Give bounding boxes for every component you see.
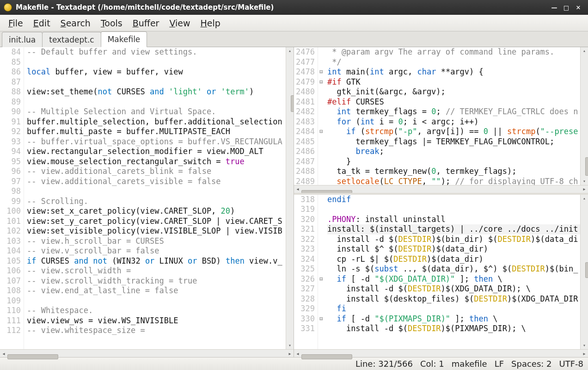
maximize-button[interactable]: □ [560,2,572,12]
vscroll-tr[interactable]: ▴ ▾ [580,47,588,185]
hscroll-thumb-br[interactable] [301,354,352,359]
close-button[interactable]: ✕ [572,2,584,12]
scroll-down-icon[interactable]: ▾ [581,342,588,349]
hscroll-thumb-left[interactable] [7,354,58,359]
menu-file[interactable]: File [4,16,28,30]
fold-col-br[interactable]: ⊟ ⊟ [318,195,325,349]
tab-makefile[interactable]: Makefile [101,31,147,47]
workspace: 84 85 86 87 88 89 90 91 92 93 94 95 96 9… [0,47,588,357]
hscroll-br[interactable]: ◂ ▸ [294,349,588,357]
titlebar: Makefile - Textadept (/home/mitchell/cod… [0,0,588,15]
menu-buffer[interactable]: Buffer [128,16,164,30]
status-col: Col: 1 [420,359,444,369]
scroll-up-icon[interactable]: ▴ [581,195,588,202]
hscroll-left[interactable]: ◂ ▸ [0,349,294,357]
vscroll-left[interactable]: ▴ ▾ [286,47,294,349]
editor-top-right-pane: 2476 2477 2478 2479 2480 2481 2482 2483 … [294,47,588,193]
menubar: File Edit Search Tools Buffer View Help [0,15,588,31]
vscroll-br[interactable]: ▴ ▾ [580,195,588,349]
gutter-left: 84 85 86 87 88 89 90 91 92 93 94 95 96 9… [0,47,24,349]
vscroll-thumb-left[interactable] [291,95,294,112]
editor-bottom-right[interactable]: 318 319 320 321 322 323 324 325 326 327 … [294,195,588,349]
menu-view[interactable]: View [165,16,195,30]
minimize-button[interactable]: — [548,2,560,12]
tab-init-lua[interactable]: init.lua [2,32,43,47]
gutter-br: 318 319 320 321 322 323 324 325 326 327 … [294,195,318,349]
statusbar: Line: 321/566 Col: 1 makefile LF Spaces:… [0,357,588,370]
window-title: Makefile - Textadept (/home/mitchell/cod… [16,3,545,12]
scroll-up-icon[interactable]: ▴ [581,47,588,55]
tabbar: init.lua textadept.c Makefile [0,31,588,47]
status-line: Line: 321/566 [355,359,413,369]
scroll-left-icon[interactable]: ◂ [294,185,301,193]
scroll-down-icon[interactable]: ▾ [286,342,294,349]
status-eol: LF [495,359,504,369]
status-encoding: UTF-8 [559,359,583,369]
vscroll-thumb-tr[interactable] [585,157,588,176]
tab-textadept-c[interactable]: textadept.c [42,32,101,47]
editor-top-right[interactable]: 2476 2477 2478 2479 2480 2481 2482 2483 … [294,47,588,185]
menu-help[interactable]: Help [196,16,225,30]
scroll-right-icon[interactable]: ▸ [581,350,588,357]
status-indent: Spaces: 2 [511,359,551,369]
editor-pane-left: 84 85 86 87 88 89 90 91 92 93 94 95 96 9… [0,47,294,357]
code-br[interactable]: endif .PHONY: install uninstall install:… [325,195,580,349]
app-icon [4,3,12,12]
fold-col-tr[interactable]: ⊟ ⊟ ⊟ [318,47,325,185]
vscroll-thumb-br[interactable] [585,262,588,278]
code-left[interactable]: -- Default buffer and view settings. loc… [24,47,286,349]
editor-bottom-right-pane: 318 319 320 321 322 323 324 325 326 327 … [294,193,588,357]
scroll-right-icon[interactable]: ▸ [581,185,588,193]
status-lang: makefile [452,359,487,369]
menu-edit[interactable]: Edit [29,16,55,30]
editor-pane-right: 2476 2477 2478 2479 2480 2481 2482 2483 … [294,47,588,357]
hscroll-tr[interactable]: ◂ ▸ [294,185,588,193]
scroll-down-icon[interactable]: ▾ [581,178,588,185]
code-tr[interactable]: * @param argv The array of command line … [325,47,580,185]
menu-tools[interactable]: Tools [96,16,127,30]
window-controls: — □ ✕ [548,2,584,12]
menu-search[interactable]: Search [56,16,95,30]
editor-left[interactable]: 84 85 86 87 88 89 90 91 92 93 94 95 96 9… [0,47,294,349]
gutter-tr: 2476 2477 2478 2479 2480 2481 2482 2483 … [294,47,318,185]
scroll-left-icon[interactable]: ◂ [294,350,301,357]
scroll-right-icon[interactable]: ▸ [286,350,294,357]
scroll-up-icon[interactable]: ▴ [286,47,294,55]
scroll-left-icon[interactable]: ◂ [0,350,7,357]
